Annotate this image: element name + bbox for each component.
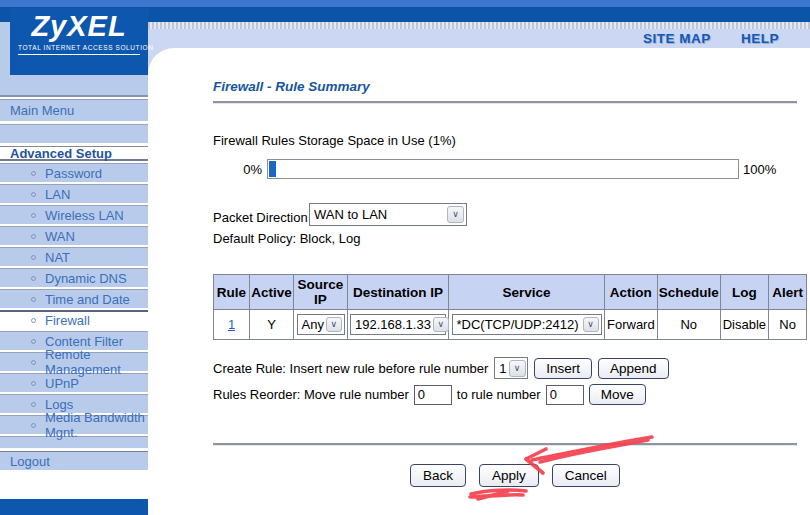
packet-direction-select[interactable]: WAN to LAN ∨ <box>309 203 467 226</box>
sidebar-item-label: WAN <box>45 229 75 244</box>
sidebar-item-media-bandwidth-mgnt[interactable]: Media Bandwidth Mgnt. <box>0 415 148 434</box>
service-select[interactable]: *DC(TCP/UDP:2412) ∨ <box>452 314 602 335</box>
apply-button[interactable]: Apply <box>479 464 539 487</box>
bullet-icon <box>31 360 36 365</box>
move-button[interactable]: Move <box>589 384 646 405</box>
packet-direction-value: WAN to LAN <box>314 207 387 222</box>
sidebar-item-label: LAN <box>45 187 70 202</box>
storage-progress-fill <box>269 161 276 177</box>
table-row: 1 Y Any ∨ 192.168.1.33 ∨ *DC(TCP/UDP:241… <box>214 310 807 340</box>
sidebar-item-wireless-lan[interactable]: Wireless LAN <box>0 205 148 224</box>
zyxel-logo-text: ZyXEL <box>10 10 148 43</box>
sidebar-item-main-menu[interactable]: Main Menu <box>0 99 148 121</box>
help-link[interactable]: HELP <box>741 31 779 46</box>
rule-log-value: Disable <box>720 310 768 340</box>
col-log: Log <box>720 275 768 310</box>
rule-number-select[interactable]: 1 ∨ <box>494 357 528 379</box>
bullet-icon <box>31 297 36 302</box>
col-active: Active <box>250 275 294 310</box>
col-service: Service <box>449 275 605 310</box>
append-button[interactable]: Append <box>598 358 669 379</box>
insert-button[interactable]: Insert <box>534 358 592 379</box>
col-source-ip: Source IP <box>294 275 348 310</box>
dropdown-arrow-icon[interactable]: ∨ <box>583 317 599 332</box>
sidebar-item-label: Time and Date <box>45 292 130 307</box>
dropdown-arrow-icon[interactable]: ∨ <box>326 317 342 332</box>
col-alert: Alert <box>769 275 807 310</box>
divider <box>213 443 797 446</box>
create-rule-label: Create Rule: Insert new rule before rule… <box>213 361 488 376</box>
sidebar-spacer <box>0 124 148 143</box>
bullet-icon <box>31 381 36 386</box>
zyxel-admin-page: ZyXEL TOTAL INTERNET ACCESS SOLUTION SIT… <box>0 0 810 515</box>
source-ip-value: Any <box>302 317 324 332</box>
zyxel-logo: ZyXEL TOTAL INTERNET ACCESS SOLUTION <box>10 8 148 75</box>
back-button[interactable]: Back <box>410 464 466 487</box>
firewall-rules-table: Rule Active Source IP Destination IP Ser… <box>213 274 807 340</box>
sidebar-item-label: Dynamic DNS <box>45 271 127 286</box>
sidebar-item-label: Password <box>45 166 102 181</box>
bullet-icon <box>31 402 36 407</box>
bullet-icon <box>31 171 36 176</box>
col-schedule: Schedule <box>657 275 720 310</box>
sidebar-item-label: Media Bandwidth Mgnt. <box>45 410 148 440</box>
sidebar-item-label: Logout <box>10 454 50 469</box>
sidebar-item-lan[interactable]: LAN <box>0 184 148 203</box>
bullet-icon <box>31 339 36 344</box>
storage-max-label: 100% <box>743 162 776 177</box>
bullet-icon <box>31 276 36 281</box>
col-rule: Rule <box>214 275 250 310</box>
bullet-icon <box>31 255 36 260</box>
sidebar-item-nat[interactable]: NAT <box>0 247 148 266</box>
sidebar-item-remote-management[interactable]: Remote Management <box>0 352 148 371</box>
storage-progress-bar <box>267 159 739 179</box>
destination-ip-select[interactable]: 192.168.1.33 ∨ <box>350 314 446 335</box>
sidebar-footer-bar <box>0 499 148 515</box>
top-accent-strip <box>0 0 810 7</box>
sidebar-item-label: Wireless LAN <box>45 208 124 223</box>
cancel-button[interactable]: Cancel <box>552 464 620 487</box>
divider <box>213 101 797 104</box>
rules-reorder-row: Rules Reorder: Move rule number to rule … <box>213 384 646 405</box>
sidebar-item-label: NAT <box>45 250 70 265</box>
packet-direction-label: Packet Direction <box>213 210 308 225</box>
to-rule-number-label: to rule number <box>457 387 541 402</box>
source-ip-select[interactable]: Any ∨ <box>297 314 345 335</box>
sidebar-item-dynamic-dns[interactable]: Dynamic DNS <box>0 268 148 287</box>
storage-space-label: Firewall Rules Storage Space in Use (1%) <box>213 133 456 148</box>
bullet-icon <box>31 318 36 323</box>
col-destination-ip: Destination IP <box>348 275 449 310</box>
sidebar-item-label: Main Menu <box>10 103 74 118</box>
create-rule-row: Create Rule: Insert new rule before rule… <box>213 357 669 379</box>
dropdown-arrow-icon[interactable]: ∨ <box>509 360 526 377</box>
sidebar-item-firewall[interactable]: Firewall <box>0 310 148 329</box>
move-from-input[interactable] <box>414 385 452 405</box>
sidebar-item-label: Firewall <box>45 313 90 328</box>
bullet-icon <box>31 423 36 428</box>
rules-reorder-label: Rules Reorder: Move rule number <box>213 387 409 402</box>
sidebar-item-password[interactable]: Password <box>0 163 148 182</box>
table-header-row: Rule Active Source IP Destination IP Ser… <box>214 275 807 310</box>
bottom-buttons: Back Apply Cancel <box>410 464 620 487</box>
move-to-input[interactable] <box>546 385 584 405</box>
rule-alert-value: No <box>769 310 807 340</box>
dropdown-arrow-icon[interactable]: ∨ <box>433 317 449 332</box>
default-policy-text: Default Policy: Block, Log <box>213 231 360 246</box>
dropdown-arrow-icon[interactable]: ∨ <box>447 206 464 223</box>
storage-min-label: 0% <box>228 162 262 177</box>
sidebar-item-time-and-date[interactable]: Time and Date <box>0 289 148 308</box>
col-action: Action <box>605 275 658 310</box>
sidebar-item-logout[interactable]: Logout <box>0 451 148 470</box>
sidebar-item-label: UPnP <box>45 376 79 391</box>
sidebar: Main Menu Advanced Setup Password LAN Wi… <box>0 99 148 472</box>
rule-number-link[interactable]: 1 <box>228 317 235 332</box>
rule-action-value: Forward <box>605 310 658 340</box>
page-title: Firewall - Rule Summary <box>213 79 370 94</box>
site-map-link[interactable]: SITE MAP <box>643 31 711 46</box>
rule-schedule-value: No <box>657 310 720 340</box>
sidebar-item-wan[interactable]: WAN <box>0 226 148 245</box>
rule-active-value: Y <box>250 310 294 340</box>
destination-ip-value: 192.168.1.33 <box>355 317 431 332</box>
header-texture-band <box>148 22 810 29</box>
bullet-icon <box>31 234 36 239</box>
